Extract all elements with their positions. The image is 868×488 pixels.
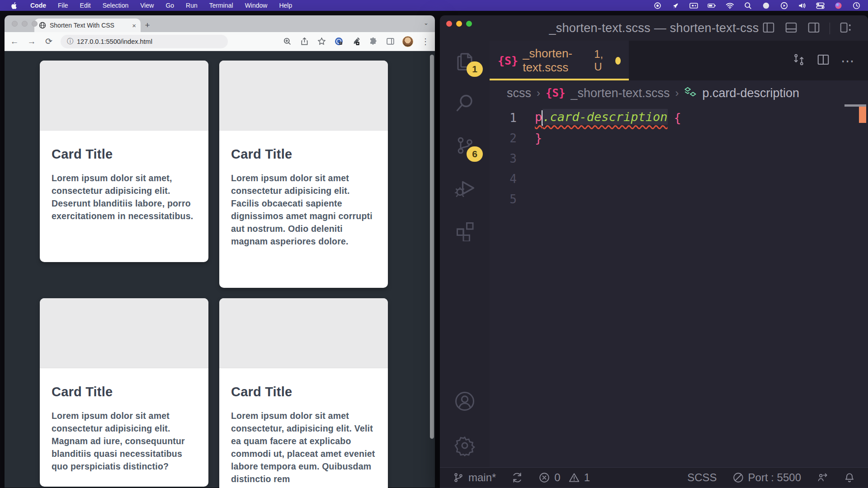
menu-item-run[interactable]: Run bbox=[186, 2, 198, 9]
menu-item-file[interactable]: File bbox=[58, 2, 68, 9]
sync-icon bbox=[511, 472, 523, 483]
wifi-icon[interactable] bbox=[726, 2, 734, 9]
accounts-icon[interactable] bbox=[450, 387, 479, 416]
code-line[interactable]: 5 bbox=[490, 189, 868, 209]
menu-app-name[interactable]: Code bbox=[30, 2, 46, 9]
customize-layout-icon[interactable] bbox=[839, 21, 853, 36]
zoom-page-icon[interactable] bbox=[282, 37, 292, 47]
tab-close-icon[interactable]: × bbox=[132, 22, 136, 29]
zoom-window-button[interactable] bbox=[32, 21, 38, 27]
password-manager-icon[interactable] bbox=[334, 37, 344, 47]
side-panel-icon[interactable] bbox=[385, 37, 395, 47]
browser-menu-icon[interactable]: ⋮ bbox=[420, 37, 430, 47]
screen-record-icon[interactable] bbox=[689, 2, 698, 9]
menu-item-edit[interactable]: Edit bbox=[80, 2, 91, 9]
desktop: Code File Edit Selection View Go Run Ter… bbox=[0, 0, 868, 488]
breadcrumb-symbol[interactable]: p.card-description bbox=[702, 86, 799, 100]
back-button[interactable]: ← bbox=[9, 37, 20, 47]
siri-icon[interactable] bbox=[834, 2, 843, 9]
site-info-icon[interactable]: ⓘ bbox=[67, 38, 73, 46]
line-number: 4 bbox=[490, 172, 535, 186]
play-circle-icon[interactable] bbox=[780, 2, 788, 9]
card: Card Title Lorem ipsum dolor sit amet, c… bbox=[40, 61, 208, 262]
toggle-primary-sidebar-icon[interactable] bbox=[762, 21, 775, 36]
share-icon[interactable] bbox=[299, 37, 309, 47]
card: Card Title Lorem ipsum dolor sit amet co… bbox=[40, 298, 208, 487]
status-bar: main* 0 1 SCSS Port : 5500 bbox=[440, 467, 868, 487]
source-control-icon[interactable]: 6 bbox=[450, 131, 479, 160]
reload-button[interactable]: ⟳ bbox=[43, 36, 54, 47]
git-branch-status[interactable]: main* bbox=[453, 471, 496, 484]
code-line[interactable]: 4 bbox=[490, 169, 868, 189]
unsaved-dot-icon[interactable] bbox=[615, 57, 621, 65]
editor-actions-more-icon[interactable]: ⋯ bbox=[841, 53, 855, 69]
forward-button[interactable]: → bbox=[26, 37, 37, 47]
browser-tab[interactable]: Shorten Text With CSS × bbox=[34, 19, 141, 32]
tab-file-name: _shorten-text.scss bbox=[523, 47, 590, 75]
dot-icon[interactable] bbox=[762, 2, 770, 9]
battery-icon[interactable] bbox=[708, 2, 716, 9]
search-icon[interactable] bbox=[450, 89, 479, 117]
active-tab-underline bbox=[490, 79, 629, 80]
rocket-icon[interactable] bbox=[671, 2, 680, 9]
code-line[interactable]: 1 p.card-description{ bbox=[490, 108, 868, 128]
menu-item-view[interactable]: View bbox=[140, 2, 154, 9]
volume-icon[interactable] bbox=[798, 2, 807, 9]
settings-gear-icon[interactable] bbox=[450, 431, 479, 460]
code-line[interactable]: 2 } bbox=[490, 128, 868, 148]
page-scrollbar[interactable] bbox=[430, 55, 434, 439]
breadcrumb-file[interactable]: _shorten-text.scss bbox=[571, 86, 670, 100]
code-editor[interactable]: 1 p.card-description{ 2 } 3 4 5 bbox=[490, 106, 868, 468]
code-line[interactable]: 3 bbox=[490, 148, 868, 169]
tab-search-chevron-icon[interactable]: ⌄ bbox=[424, 19, 429, 26]
new-tab-button[interactable]: + bbox=[141, 19, 154, 32]
feedback-icon[interactable] bbox=[816, 472, 828, 483]
browser-window: Shorten Text With CSS × + ⌄ ← → ⟳ ⓘ 127.… bbox=[5, 15, 435, 488]
minimize-window-button[interactable] bbox=[456, 21, 462, 27]
menu-item-go[interactable]: Go bbox=[165, 2, 174, 9]
clock-icon[interactable] bbox=[852, 2, 861, 9]
live-server-port[interactable]: Port : 5500 bbox=[732, 471, 801, 484]
apple-logo-icon[interactable] bbox=[10, 2, 19, 9]
breadcrumbs[interactable]: scss › {S} _shorten-text.scss › p.card-d… bbox=[490, 80, 868, 106]
menu-item-selection[interactable]: Selection bbox=[103, 2, 129, 9]
symbol-class-icon bbox=[684, 85, 697, 101]
menu-item-window[interactable]: Window bbox=[245, 2, 268, 9]
extensions-puzzle-icon[interactable] bbox=[368, 37, 378, 47]
zoom-window-button[interactable] bbox=[466, 21, 472, 27]
breadcrumb-folder[interactable]: scss bbox=[507, 86, 531, 100]
card-image-placeholder bbox=[40, 298, 208, 368]
url-text[interactable]: 127.0.0.1:5500/index.html bbox=[77, 38, 152, 45]
close-window-button[interactable] bbox=[12, 21, 18, 27]
control-center-icon[interactable] bbox=[816, 2, 825, 9]
overview-ruler-error-mark bbox=[859, 107, 866, 123]
spotlight-icon[interactable] bbox=[744, 2, 752, 9]
menu-item-help[interactable]: Help bbox=[279, 2, 292, 9]
profile-avatar[interactable] bbox=[402, 36, 413, 47]
bookmark-star-icon[interactable] bbox=[316, 37, 326, 47]
colorpicker-extension-icon[interactable] bbox=[351, 37, 361, 47]
editor-tab[interactable]: {S} _shorten-text.scss 1, U bbox=[490, 41, 629, 80]
split-editor-icon[interactable] bbox=[816, 53, 830, 68]
browser-traffic-lights[interactable] bbox=[12, 21, 38, 27]
menu-item-terminal[interactable]: Terminal bbox=[209, 2, 233, 9]
problems-status[interactable]: 0 1 bbox=[538, 471, 590, 484]
run-debug-icon[interactable] bbox=[450, 174, 479, 202]
card-image-placeholder bbox=[219, 61, 388, 131]
card-description: Lorem ipsum dolor sit amet consectetur a… bbox=[219, 162, 388, 259]
address-bar[interactable]: ⓘ 127.0.0.1:5500/index.html bbox=[61, 35, 228, 48]
close-window-button[interactable] bbox=[446, 21, 452, 27]
minimize-window-button[interactable] bbox=[22, 21, 28, 27]
compare-changes-icon[interactable] bbox=[792, 53, 806, 68]
sync-changes-button[interactable] bbox=[511, 472, 523, 483]
vscode-title-bar[interactable]: _shorten-text.scss — shorten-text-css bbox=[440, 15, 868, 41]
vscode-traffic-lights[interactable] bbox=[446, 21, 472, 27]
toggle-secondary-sidebar-icon[interactable] bbox=[807, 21, 821, 36]
language-mode[interactable]: SCSS bbox=[687, 471, 717, 484]
extensions-icon[interactable] bbox=[450, 216, 479, 245]
notifications-bell-icon[interactable] bbox=[844, 472, 855, 483]
explorer-icon[interactable]: 1 bbox=[450, 46, 479, 75]
branch-icon bbox=[453, 472, 464, 483]
record-icon[interactable] bbox=[653, 2, 662, 9]
toggle-panel-icon[interactable] bbox=[784, 21, 798, 36]
